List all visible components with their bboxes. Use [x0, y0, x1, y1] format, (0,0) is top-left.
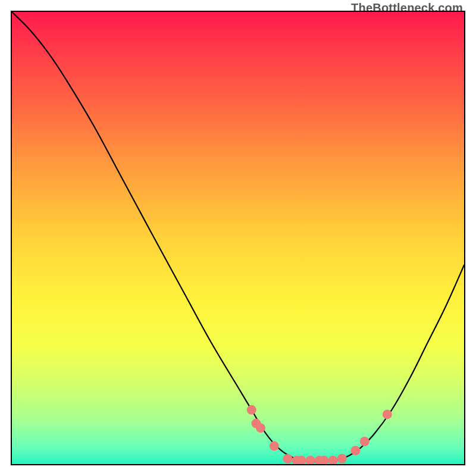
- data-point: [283, 454, 293, 464]
- data-point: [328, 456, 338, 464]
- plot-area: [11, 11, 465, 465]
- data-point: [360, 437, 369, 446]
- data-point: [337, 454, 347, 464]
- data-point: [351, 446, 361, 455]
- chart-container: TheBottleneck.com: [0, 0, 476, 476]
- chart-svg: [12, 12, 464, 464]
- data-point: [383, 409, 392, 419]
- data-points: [247, 405, 392, 464]
- data-point: [306, 456, 315, 464]
- data-point: [247, 405, 256, 415]
- data-point: [256, 423, 265, 433]
- bottleneck-curve: [12, 12, 464, 462]
- data-point: [270, 441, 279, 451]
